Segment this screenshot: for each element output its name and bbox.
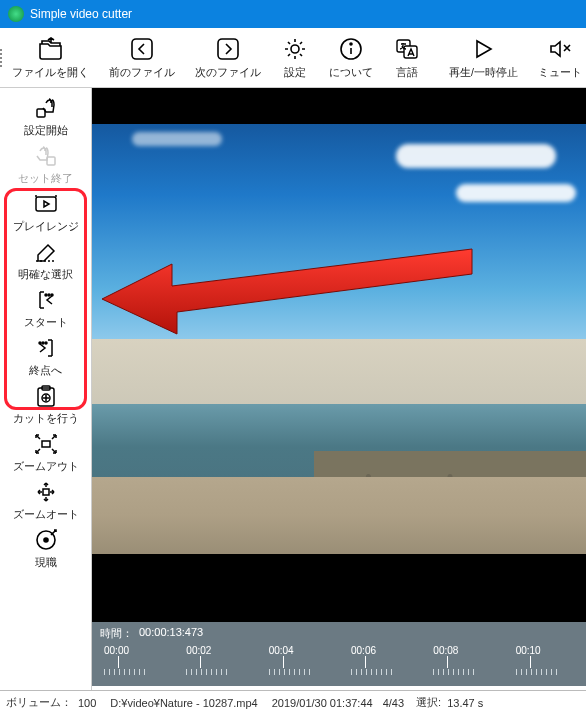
- timeline-tick: 00:02: [186, 645, 227, 675]
- svg-point-11: [45, 294, 47, 296]
- svg-point-4: [350, 43, 352, 45]
- file-path: D:¥video¥Nature - 10287.mp4: [110, 697, 257, 709]
- open-file-button[interactable]: ファイルを開く: [2, 32, 99, 83]
- play-range-icon: [32, 190, 60, 218]
- svg-point-16: [45, 342, 47, 344]
- svg-rect-0: [132, 39, 152, 59]
- svg-point-23: [44, 538, 48, 542]
- timeline-tick: 00:08: [433, 645, 474, 675]
- timeline-tick: 00:04: [269, 645, 310, 675]
- svg-point-12: [48, 294, 50, 296]
- selection-label: 選択:: [416, 695, 441, 710]
- main-area: 設定開始 セット終了 プレイレンジ: [0, 88, 586, 690]
- go-start-button[interactable]: スタート: [0, 284, 91, 332]
- timeline-time: 時間： 00:00:13:473: [100, 626, 578, 641]
- window-title: Simple video cutter: [30, 7, 132, 21]
- frame-counter: 4/43: [383, 697, 404, 709]
- play-range-button[interactable]: プレイレンジ: [0, 188, 91, 236]
- timeline-tick: 00:06: [351, 645, 392, 675]
- folder-open-icon: [37, 35, 65, 63]
- next-file-button[interactable]: 次のファイル: [185, 32, 271, 83]
- settings-button[interactable]: 設定: [271, 32, 319, 83]
- side-toolbar: 設定開始 セット終了 プレイレンジ: [0, 88, 92, 690]
- app-icon: [8, 6, 24, 22]
- beach-region: [92, 477, 586, 554]
- svg-rect-21: [43, 489, 49, 495]
- svg-rect-1: [218, 39, 238, 59]
- time-value: 00:00:13:473: [139, 626, 203, 641]
- about-button[interactable]: について: [319, 32, 383, 83]
- do-cut-button[interactable]: カットを行う: [0, 380, 91, 428]
- chevron-right-box-icon: [214, 35, 242, 63]
- language-icon: [393, 35, 421, 63]
- timeline-tick: 00:10: [516, 645, 557, 675]
- chevron-left-box-icon: [128, 35, 156, 63]
- zoom-out-button[interactable]: ズームアウト: [0, 428, 91, 476]
- video-frame[interactable]: [92, 124, 586, 554]
- pointer-start-icon: [32, 94, 60, 122]
- clear-selection-button[interactable]: 明確な選択: [0, 236, 91, 284]
- selection-value: 13.47 s: [447, 697, 483, 709]
- time-label: 時間：: [100, 626, 133, 641]
- statusbar: ボリューム： 100 D:¥video¥Nature - 10287.mp4 2…: [0, 690, 586, 714]
- language-button[interactable]: 言語: [383, 32, 431, 83]
- svg-rect-9: [47, 157, 55, 165]
- video-blank-top: [92, 88, 586, 124]
- play-icon: [469, 35, 497, 63]
- timeline-tick: 00:00: [104, 645, 145, 675]
- zoom-auto-button[interactable]: ズームオート: [0, 476, 91, 524]
- volume-value: 100: [78, 697, 96, 709]
- svg-point-2: [291, 45, 299, 53]
- mute-button[interactable]: ミュート: [528, 32, 586, 83]
- zoom-auto-icon: [32, 478, 60, 506]
- timeline[interactable]: 時間： 00:00:13:473 00:0000:0200:0400:0600:…: [92, 622, 586, 686]
- titlebar: Simple video cutter: [0, 0, 586, 28]
- svg-point-13: [51, 294, 53, 296]
- file-datetime: 2019/01/30 01:37:44: [272, 697, 373, 709]
- svg-point-14: [39, 342, 41, 344]
- go-start-icon: [32, 286, 60, 314]
- cloud: [396, 144, 556, 168]
- volume-label: ボリューム：: [6, 695, 72, 710]
- set-end-button[interactable]: セット終了: [0, 140, 91, 188]
- svg-point-15: [42, 342, 44, 344]
- info-icon: [337, 35, 365, 63]
- play-pause-button[interactable]: 再生/一時停止: [439, 32, 528, 83]
- top-toolbar: ファイルを開く 前のファイル 次のファイル 設定: [0, 28, 586, 88]
- go-end-button[interactable]: 終点へ: [0, 332, 91, 380]
- zoom-out-icon: [32, 430, 60, 458]
- svg-rect-20: [42, 441, 50, 447]
- pointer-end-icon: [32, 142, 60, 170]
- cloud: [456, 184, 576, 202]
- svg-rect-10: [36, 197, 56, 211]
- prev-file-button[interactable]: 前のファイル: [99, 32, 185, 83]
- set-start-button[interactable]: 設定開始: [0, 92, 91, 140]
- svg-rect-6: [404, 46, 417, 58]
- go-end-icon: [32, 334, 60, 362]
- cloud: [132, 132, 222, 146]
- clipboard-plus-icon: [32, 382, 60, 410]
- current-position-button[interactable]: 現職: [0, 524, 91, 572]
- target-icon: [32, 526, 60, 554]
- eraser-icon: [32, 238, 60, 266]
- gear-icon: [281, 35, 309, 63]
- video-blank-bottom: [92, 554, 586, 622]
- video-panel: 時間： 00:00:13:473 00:0000:0200:0400:0600:…: [92, 88, 586, 686]
- timeline-ruler[interactable]: 00:0000:0200:0400:0600:0800:10: [100, 645, 578, 681]
- mute-icon: [546, 35, 574, 63]
